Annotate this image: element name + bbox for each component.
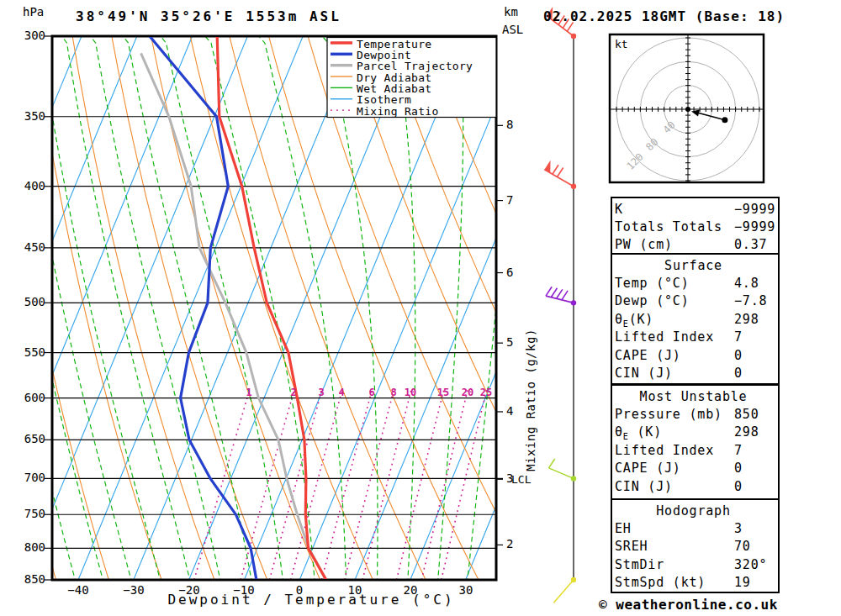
km-tick-label: 3: [506, 471, 513, 485]
table-row-label: Lifted Index: [615, 443, 733, 458]
pressure-tick-label: 350: [17, 109, 45, 123]
temp-tick-label: 0: [279, 583, 320, 597]
temp-tick-label: 30: [446, 583, 486, 597]
table-row-label: Lifted Index: [615, 329, 733, 345]
table-row-label: Pressure (mb): [615, 407, 733, 422]
mixing-ratio-value-label: 10: [400, 387, 420, 398]
temp-tick-label: 10: [335, 583, 375, 597]
mixing-ratio-axis-title: Mixing Ratio (g/kg): [524, 326, 537, 474]
table-row-value: 7: [734, 443, 783, 458]
km-tick-label: 7: [506, 193, 513, 207]
asl-unit-label: ASL: [502, 23, 523, 36]
table-row-label: CIN (J): [615, 479, 733, 494]
table-row-label: CIN (J): [615, 366, 733, 381]
table-row-value: 3: [734, 521, 783, 536]
table-section-header: Hodograph: [611, 503, 776, 519]
table-row-value: 298: [734, 424, 783, 440]
table-row-value: −9999: [734, 219, 783, 234]
table-row-label: StmSpd (kt): [615, 575, 733, 590]
temperature-curve: [217, 36, 326, 580]
table-row-label: Temp (°C): [615, 276, 733, 291]
temp-tick-label: 20: [390, 583, 431, 597]
pressure-tick-label: 500: [17, 295, 45, 308]
table-row-label: StmDir: [615, 557, 733, 572]
temp-tick-label: −40: [58, 583, 98, 597]
table-row-value: 0: [734, 348, 783, 363]
hodograph-unit-label: kt: [615, 38, 628, 50]
table-row-label: EH: [615, 521, 733, 536]
wind-barb-700: [549, 459, 577, 482]
km-tick-label: 8: [506, 118, 513, 131]
table-row-value: 0: [734, 461, 783, 476]
table-row-value: −7.8: [734, 293, 783, 308]
mixing-ratio-value-label: 15: [433, 387, 453, 398]
mixing-ratio-value-label: 2: [283, 387, 304, 398]
lcl-label: LCL: [511, 473, 531, 486]
pressure-tick-label: 400: [17, 179, 45, 192]
pressure-tick-label: 850: [17, 572, 45, 586]
mixing-ratio-value-label: 1: [239, 387, 259, 398]
km-tick-label: 5: [506, 335, 513, 349]
wind-barb-850: [553, 577, 576, 603]
table-row-label: Dewp (°C): [615, 293, 733, 308]
skewt-sounding-page: 4080120 hPa 38°49'N 35°26'E 1553m ASL 02…: [0, 0, 841, 616]
km-tick-label: 4: [506, 404, 513, 418]
table-row-label: CAPE (J): [615, 461, 733, 476]
table-row-label: Totals Totals: [615, 219, 733, 234]
table-row-value: 7: [734, 329, 783, 345]
table-row-label: K: [615, 202, 733, 217]
km-tick-label: 6: [506, 266, 513, 279]
km-unit-label: km: [504, 5, 518, 18]
table-section-header: Most Unstable: [611, 389, 776, 404]
pressure-tick-label: 600: [17, 391, 45, 404]
km-tick-label: 2: [506, 537, 513, 550]
mixing-ratio-value-label: 25: [476, 387, 496, 398]
pressure-tick-label: 650: [17, 432, 45, 445]
table-row-value: 320°: [734, 557, 783, 572]
pressure-tick-label: 700: [17, 471, 45, 484]
table-section-header: Surface: [611, 258, 776, 273]
copyright-footer: © weatheronline.co.uk: [599, 597, 778, 613]
mixing-ratio-value-label: 6: [362, 387, 382, 398]
wind-barb-400: [544, 161, 576, 189]
pressure-tick-label: 450: [17, 240, 45, 254]
mixing-ratio-value-label: 4: [331, 387, 352, 398]
valid-time-label: 02.02.2025 18GMT (Base: 18): [543, 8, 785, 24]
table-row-label: PW (cm): [615, 237, 733, 252]
pressure-tick-label: 800: [17, 540, 45, 554]
mixing-ratio-value-label: 20: [458, 387, 478, 398]
table-row-value: 70: [734, 539, 783, 554]
pressure-tick-label: 300: [17, 29, 45, 42]
hodograph: 4080120: [610, 34, 764, 182]
table-row-value: 19: [734, 575, 783, 590]
table-row-value: 0.37: [734, 237, 783, 252]
table-row-value: −9999: [734, 202, 783, 217]
table-row-label: θE (K): [615, 424, 733, 441]
table-row-label: θE(K): [615, 312, 733, 329]
wind-barb-500: [546, 287, 576, 305]
chart-title: 38°49'N 35°26'E 1553m ASL: [76, 8, 341, 24]
legend-item-mixing_ratio: Mixing Ratio: [357, 105, 439, 118]
table-row-value: 0: [734, 366, 783, 381]
parcel-curve: [141, 53, 326, 580]
table-row-value: 4.8: [734, 276, 783, 291]
table-row-value: 298: [734, 312, 783, 327]
pressure-tick-label: 550: [17, 345, 45, 359]
pressure-unit-label: hPa: [23, 5, 44, 18]
pressure-tick-label: 750: [17, 507, 45, 520]
temp-tick-label: −10: [224, 583, 264, 597]
temp-tick-label: −20: [169, 583, 209, 597]
dewpoint-curve: [150, 36, 257, 580]
table-row-value: 0: [734, 479, 783, 494]
table-row-label: SREH: [615, 539, 733, 554]
temp-tick-label: −30: [114, 583, 154, 597]
table-row-label: CAPE (J): [615, 348, 733, 363]
mixing-ratio-value-label: 3: [311, 387, 331, 398]
table-row-value: 850: [734, 407, 783, 422]
